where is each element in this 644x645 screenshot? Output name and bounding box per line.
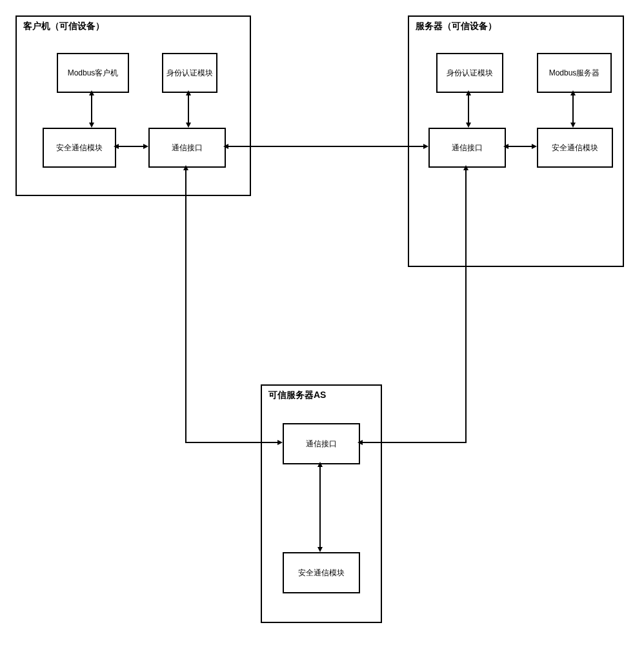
client-title: 客户机（可信设备） — [23, 21, 105, 32]
client-comm-interface-label: 通信接口 — [172, 143, 203, 154]
client-secure-comm-label: 安全通信模块 — [56, 143, 103, 154]
server-container: 服务器（可信设备） 身份认证模块 Modbus服务器 通信接口 安全通信模块 — [408, 15, 624, 267]
client-modbus-label: Modbus客户机 — [68, 68, 119, 79]
server-modbus-label: Modbus服务器 — [549, 68, 600, 79]
server-comm-interface-label: 通信接口 — [452, 143, 483, 154]
client-auth-label: 身份认证模块 — [166, 68, 213, 79]
client-modbus-box: Modbus客户机 — [57, 53, 129, 93]
server-modbus-box: Modbus服务器 — [537, 53, 612, 93]
client-secure-comm-box: 安全通信模块 — [43, 128, 116, 168]
server-comm-interface-box: 通信接口 — [428, 128, 506, 168]
server-secure-comm-box: 安全通信模块 — [537, 128, 613, 168]
trusted-as-comm-interface-label: 通信接口 — [306, 439, 337, 450]
trusted-as-secure-comm-label: 安全通信模块 — [298, 568, 345, 579]
client-auth-box: 身份认证模块 — [162, 53, 217, 93]
server-title: 服务器（可信设备） — [416, 21, 497, 32]
trusted-as-container: 可信服务器AS 通信接口 安全通信模块 — [261, 384, 382, 623]
trusted-as-secure-comm-box: 安全通信模块 — [283, 552, 360, 593]
trusted-as-title: 可信服务器AS — [268, 390, 326, 401]
trusted-as-comm-interface-box: 通信接口 — [283, 423, 360, 464]
server-secure-comm-label: 安全通信模块 — [552, 143, 598, 154]
client-comm-interface-box: 通信接口 — [148, 128, 226, 168]
client-container: 客户机（可信设备） Modbus客户机 身份认证模块 安全通信模块 通信接口 — [15, 15, 251, 196]
server-auth-box: 身份认证模块 — [436, 53, 503, 93]
server-auth-label: 身份认证模块 — [447, 68, 493, 79]
